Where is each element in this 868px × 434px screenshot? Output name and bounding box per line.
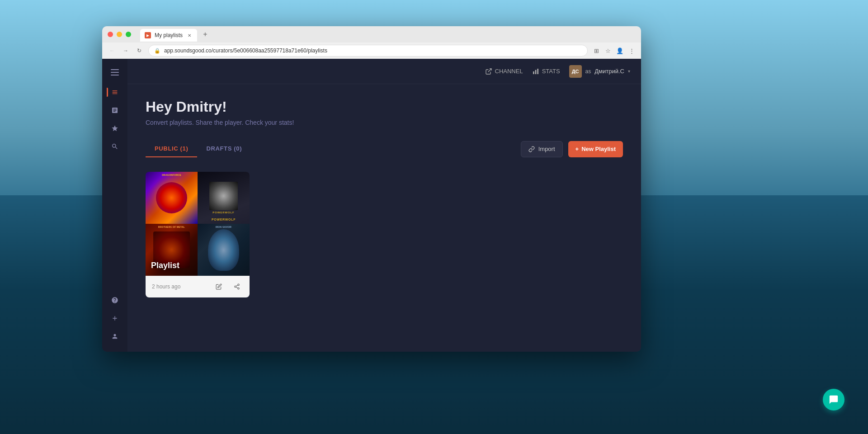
playlist-cover: DRAGONFORCE POWERWOLF — [146, 172, 250, 276]
import-label: Import — [538, 146, 555, 152]
svg-point-6 — [238, 288, 240, 289]
hamburger-icon — [111, 72, 119, 73]
playlist-actions — [212, 280, 243, 293]
album-cover-2: POWERWOLF — [198, 172, 250, 224]
tabs: PUBLIC (1) DRAFTS (0) — [146, 141, 251, 157]
chat-bubble-button[interactable] — [823, 389, 844, 410]
album-cover-4: IRON SAVIOR — [198, 224, 250, 276]
svg-point-5 — [235, 286, 236, 288]
user-name: Дмитрий.С — [594, 68, 624, 75]
close-button[interactable] — [108, 32, 113, 37]
titlebar: ▶ My playlists ✕ + — [102, 26, 641, 42]
playlists-icon — [111, 89, 118, 96]
svg-line-0 — [488, 69, 491, 72]
browser-window: ▶ My playlists ✕ + ← → ↻ 🔒 app.soundsgoo… — [102, 26, 641, 352]
channel-label: CHANNEL — [495, 68, 523, 75]
album-cover-1: DRAGONFORCE — [146, 172, 198, 224]
playlist-time: 2 hours ago — [152, 283, 212, 290]
playlists-grid: DRAGONFORCE POWERWOLF — [146, 172, 623, 297]
browser-tab[interactable]: ▶ My playlists ✕ — [140, 29, 197, 42]
new-playlist-button[interactable]: + New Playlist — [568, 141, 623, 157]
tab-favicon: ▶ — [145, 32, 151, 38]
share-button[interactable] — [231, 280, 243, 293]
stats-label: STATS — [542, 68, 560, 75]
tab-bar: ▶ My playlists ✕ + — [140, 26, 211, 42]
sidebar-item-search[interactable] — [107, 138, 123, 155]
playlist-meta: 2 hours ago — [146, 276, 250, 297]
maximize-button[interactable] — [126, 32, 131, 37]
app-content: CHANNEL STATS ДС as — [102, 59, 641, 352]
playlist-name: Playlist — [151, 261, 179, 270]
sidebar-item-pages[interactable] — [107, 102, 123, 118]
active-indicator — [107, 88, 108, 97]
svg-rect-3 — [537, 69, 538, 74]
tabs-actions: Import + New Playlist — [521, 141, 623, 157]
link-icon — [528, 146, 535, 152]
page-content: Hey Dmitry! Convert playlists. Share the… — [127, 84, 641, 352]
top-nav: CHANNEL STATS ДС as — [127, 59, 641, 84]
traffic-lights — [108, 32, 131, 37]
tab-close-button[interactable]: ✕ — [186, 32, 193, 38]
edit-button[interactable] — [212, 280, 225, 293]
avatar: ДС — [569, 65, 582, 78]
reload-button[interactable]: ↻ — [135, 46, 144, 55]
import-button[interactable]: Import — [521, 141, 563, 157]
menu-icon[interactable]: ⋮ — [627, 47, 636, 55]
forward-button[interactable]: → — [121, 46, 130, 55]
page-title: Hey Dmitry! — [146, 99, 623, 115]
channel-button[interactable]: CHANNEL — [485, 68, 523, 75]
sidebar — [102, 59, 127, 352]
main-area: CHANNEL STATS ДС as — [127, 59, 641, 352]
url-bar[interactable]: 🔒 app.soundsgood.co/curators/5e006608aa2… — [148, 45, 588, 57]
new-tab-button[interactable]: + — [200, 29, 211, 40]
edit-icon — [216, 283, 222, 290]
minimize-button[interactable] — [117, 32, 122, 37]
plus-icon: + — [576, 146, 579, 152]
tabs-row: PUBLIC (1) DRAFTS (0) Import — [146, 141, 623, 157]
svg-point-4 — [238, 284, 240, 286]
hamburger-icon — [111, 75, 119, 75]
user-as-label: as — [585, 68, 591, 75]
help-icon — [111, 297, 118, 304]
hamburger-icon — [111, 69, 119, 70]
translate-icon[interactable]: ⊞ — [592, 47, 600, 55]
stats-icon — [532, 68, 539, 75]
svg-line-7 — [236, 287, 238, 288]
avatar-text: ДС — [572, 69, 579, 74]
favorites-icon — [111, 125, 118, 132]
tab-public-label: PUBLIC (1) — [155, 145, 188, 152]
new-playlist-label: New Playlist — [581, 146, 616, 152]
tab-label: My playlists — [155, 32, 183, 38]
sidebar-menu-button[interactable] — [107, 64, 123, 80]
pages-icon — [111, 107, 118, 114]
sidebar-item-profile[interactable] — [107, 328, 123, 344]
tab-public[interactable]: PUBLIC (1) — [146, 141, 197, 157]
chevron-down-icon: ▾ — [628, 69, 630, 74]
stats-button[interactable]: STATS — [532, 68, 560, 75]
sidebar-item-favorites[interactable] — [107, 120, 123, 137]
back-button[interactable]: ← — [108, 46, 117, 55]
playlist-card[interactable]: DRAGONFORCE POWERWOLF — [146, 172, 250, 297]
sidebar-item-help[interactable] — [107, 292, 123, 308]
tab-drafts[interactable]: DRAFTS (0) — [197, 141, 251, 157]
svg-line-8 — [236, 285, 238, 286]
external-link-icon — [485, 68, 492, 75]
add-icon — [111, 315, 118, 322]
bookmark-icon[interactable]: ☆ — [604, 47, 612, 55]
user-button[interactable]: ДС as Дмитрий.С ▾ — [569, 65, 630, 78]
chat-icon — [829, 395, 839, 405]
profile-icon — [111, 333, 118, 340]
share-icon — [234, 283, 240, 290]
top-nav-actions: CHANNEL STATS ДС as — [485, 65, 631, 78]
sidebar-item-add[interactable] — [107, 310, 123, 326]
page-subtitle: Convert playlists. Share the player. Che… — [146, 119, 623, 126]
tab-drafts-label: DRAFTS (0) — [206, 145, 242, 152]
search-icon — [111, 143, 118, 150]
svg-rect-2 — [535, 70, 536, 74]
svg-rect-1 — [533, 71, 534, 74]
account-icon[interactable]: 👤 — [616, 47, 624, 55]
url-text: app.soundsgood.co/curators/5e006608aa255… — [164, 47, 327, 54]
urlbar-actions: ⊞ ☆ 👤 ⋮ — [592, 47, 636, 55]
urlbar: ← → ↻ 🔒 app.soundsgood.co/curators/5e006… — [102, 42, 641, 59]
sidebar-item-playlists[interactable] — [107, 84, 123, 100]
